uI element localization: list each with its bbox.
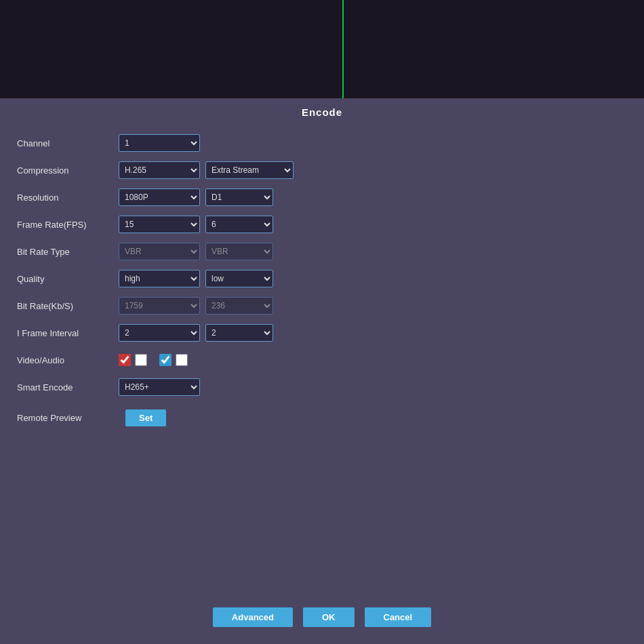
bit-rate-kbs-controls: 1759 236 <box>119 297 273 315</box>
resolution-controls: 1080P 720P D1 CIF D1 CIF QCIF <box>119 188 273 206</box>
video-audio-label: Video/Audio <box>17 355 119 365</box>
resolution-main-select[interactable]: 1080P 720P D1 CIF <box>119 188 200 206</box>
quality-row: Quality lowestlowerlow mediumhighhigherh… <box>17 267 627 290</box>
quality-controls: lowestlowerlow mediumhighhigherhighest l… <box>119 270 273 287</box>
frame-rate-row: Frame Rate(FPS) 1234 5678 101215 202530 … <box>17 213 627 236</box>
green-vertical-line <box>342 0 344 98</box>
video-extra-checkbox[interactable] <box>159 354 172 366</box>
channel-select[interactable]: 1 2 3 4 <box>119 134 200 152</box>
bit-rate-kbs-label: Bit Rate(Kb/S) <box>17 301 119 311</box>
ok-button[interactable]: OK <box>303 607 355 627</box>
i-frame-interval-row: I Frame Interval 12345 12345 <box>17 321 627 344</box>
bit-rate-kbs-main-select[interactable]: 1759 <box>119 297 200 315</box>
remote-preview-label: Remote Preview <box>17 413 119 423</box>
bit-rate-kbs-row: Bit Rate(Kb/S) 1759 236 <box>17 294 627 317</box>
i-frame-interval-label: I Frame Interval <box>17 328 119 338</box>
i-frame-interval-controls: 12345 12345 <box>119 324 273 342</box>
dialog-content: Channel 1 2 3 4 Compression H.264 H.265 … <box>0 125 644 433</box>
cancel-button[interactable]: Cancel <box>365 607 432 627</box>
bit-rate-type-extra-select[interactable]: VBR CBR <box>205 243 273 260</box>
smart-encode-select[interactable]: H265+ H264+ Off <box>119 378 200 396</box>
remote-preview-set-button[interactable]: Set <box>125 409 166 426</box>
bottom-buttons: Advanced OK Cancel <box>0 607 644 627</box>
frame-rate-label: Frame Rate(FPS) <box>17 220 119 230</box>
i-frame-interval-main-select[interactable]: 12345 <box>119 324 200 342</box>
bit-rate-kbs-extra-select[interactable]: 236 <box>205 297 273 315</box>
audio-extra-checkbox[interactable] <box>176 354 188 366</box>
dialog-title: Encode <box>0 98 644 125</box>
bit-rate-type-controls: VBR CBR VBR CBR <box>119 243 273 260</box>
bit-rate-type-main-select[interactable]: VBR CBR <box>119 243 200 260</box>
smart-encode-controls: H265+ H264+ Off <box>119 378 200 396</box>
frame-rate-main-select[interactable]: 1234 5678 101215 202530 <box>119 216 200 233</box>
quality-label: Quality <box>17 274 119 284</box>
video-audio-row: Video/Audio <box>17 348 627 371</box>
compression-row: Compression H.264 H.265 Main Stream Extr… <box>17 159 627 182</box>
channel-label: Channel <box>17 138 119 148</box>
channel-row: Channel 1 2 3 4 <box>17 132 627 155</box>
bit-rate-type-row: Bit Rate Type VBR CBR VBR CBR <box>17 240 627 263</box>
compression-controls: H.264 H.265 Main Stream Extra Stream <box>119 161 294 179</box>
audio-main-checkbox[interactable] <box>135 354 147 366</box>
compression-label: Compression <box>17 165 119 176</box>
channel-controls: 1 2 3 4 <box>119 134 200 152</box>
quality-extra-select[interactable]: lowestlowerlow mediumhighhigherhighest <box>205 270 273 287</box>
video-audio-controls <box>119 354 188 366</box>
resolution-label: Resolution <box>17 193 119 203</box>
resolution-row: Resolution 1080P 720P D1 CIF D1 CIF QCIF <box>17 186 627 209</box>
i-frame-interval-extra-select[interactable]: 12345 <box>205 324 273 342</box>
frame-rate-extra-select[interactable]: 1234 567 8101215 <box>205 216 273 233</box>
video-audio-extra-group <box>159 354 188 366</box>
compression-main-select[interactable]: H.264 H.265 <box>119 161 200 179</box>
quality-main-select[interactable]: lowestlowerlow mediumhighhigherhighest <box>119 270 200 287</box>
encode-dialog: Encode Channel 1 2 3 4 Compression H.264… <box>0 98 644 644</box>
frame-rate-controls: 1234 5678 101215 202530 1234 567 8101215 <box>119 216 273 233</box>
top-bar <box>0 0 644 98</box>
bit-rate-type-label: Bit Rate Type <box>17 247 119 257</box>
video-main-checkbox[interactable] <box>119 354 131 366</box>
video-audio-main-group <box>119 354 147 366</box>
smart-encode-row: Smart Encode H265+ H264+ Off <box>17 376 627 399</box>
smart-encode-label: Smart Encode <box>17 382 119 393</box>
compression-extra-select[interactable]: Main Stream Extra Stream <box>205 161 294 179</box>
remote-preview-row: Remote Preview Set <box>17 409 627 426</box>
resolution-extra-select[interactable]: D1 CIF QCIF <box>205 188 273 206</box>
advanced-button[interactable]: Advanced <box>213 607 293 627</box>
